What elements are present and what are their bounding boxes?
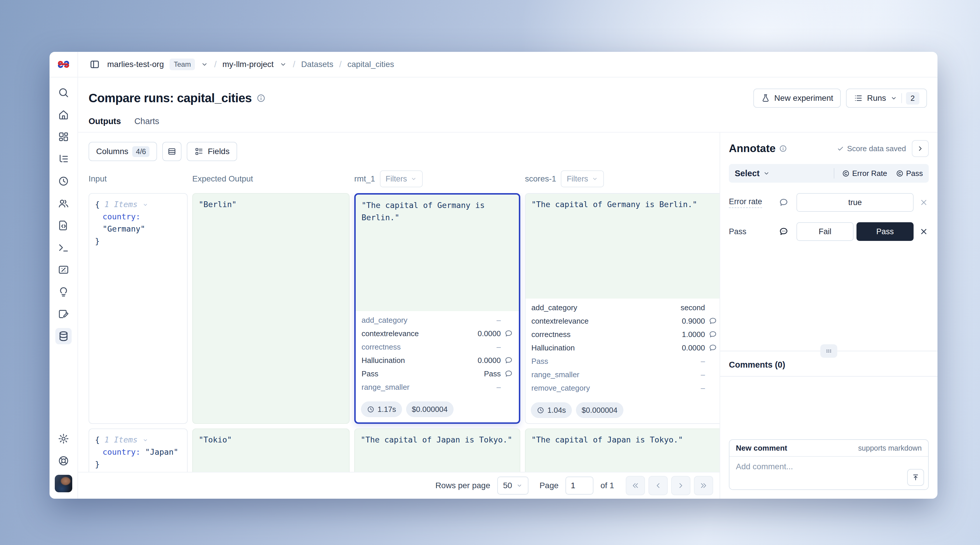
feedback-label-pass[interactable]: Pass — [729, 227, 746, 236]
logo-box — [49, 52, 78, 78]
chevron-down-icon[interactable] — [279, 60, 287, 68]
comment-input[interactable] — [729, 457, 928, 489]
comment-bubble-icon[interactable] — [501, 356, 513, 365]
table-row: { 1 Items country: "Germany" } "Berlin" … — [89, 193, 709, 424]
input-cell[interactable]: { 1 Items country: "Japan" } — [89, 429, 188, 472]
tab-outputs[interactable]: Outputs — [89, 116, 121, 126]
info-icon[interactable] — [779, 145, 787, 153]
latency-value: 1.17s — [377, 405, 396, 414]
drag-handle[interactable] — [820, 344, 837, 358]
run-stats: 1.17s $0.000004 — [356, 398, 519, 423]
fields-button[interactable]: Fields — [187, 142, 237, 161]
avatar[interactable] — [55, 475, 72, 492]
run-output-cell-scores-1[interactable]: "The capital of Japan is Tokyo." — [525, 429, 719, 472]
clock-icon — [537, 406, 544, 414]
last-page-button[interactable] — [694, 476, 713, 495]
sidebar-item-prompts[interactable] — [55, 284, 72, 300]
run-output-cell-rmt-1-selected[interactable]: "The capital of Germany is Berlin." add_… — [354, 193, 520, 424]
previous-page-button[interactable] — [649, 476, 668, 495]
select-dropdown[interactable]: Select — [735, 168, 759, 178]
filters-button-scores-1[interactable]: Filters — [561, 170, 604, 187]
cost-value: $0.000004 — [582, 406, 617, 415]
sidebar-item-tracing[interactable] — [55, 151, 72, 167]
comment-bubble-icon[interactable] — [778, 197, 789, 207]
metric-name: contextrelevance — [531, 317, 682, 326]
metric-value: – — [497, 316, 501, 325]
chevrons-left-icon — [631, 481, 640, 489]
score-tag-pass[interactable]: Pass — [896, 169, 923, 178]
rows-per-page-select[interactable]: 50 — [497, 477, 528, 494]
json-value: "Germany" — [103, 224, 145, 233]
metric-value: 0.9000 — [682, 317, 705, 326]
breadcrumb-org[interactable]: marlies-test-org — [107, 60, 164, 69]
page-number-input[interactable] — [565, 477, 593, 494]
scorecard-icon — [58, 264, 69, 276]
metric-row: correctness– — [361, 340, 513, 354]
file-code-icon — [58, 219, 69, 231]
sidebar-item-support[interactable] — [55, 453, 72, 469]
expected-output-cell[interactable]: "Berlin" — [192, 193, 350, 424]
metric-row: add_category– — [361, 313, 513, 327]
breadcrumb-datasets[interactable]: Datasets — [301, 60, 334, 69]
sidebar-item-users[interactable] — [55, 195, 72, 211]
sidebar-item-history[interactable] — [55, 173, 72, 189]
panel-left-icon — [89, 59, 100, 70]
breadcrumb-dataset-name[interactable]: capital_cities — [347, 60, 394, 69]
runs-button[interactable]: Runs 2 — [846, 89, 927, 108]
filters-button-rmt-1[interactable]: Filters — [380, 170, 423, 187]
feedback-label-error-rate[interactable]: Error rate — [729, 197, 762, 208]
chevron-down-icon[interactable] — [142, 202, 148, 208]
new-experiment-button[interactable]: New experiment — [753, 89, 841, 108]
sidebar-item-playground[interactable] — [55, 240, 72, 256]
collapse-panel-button[interactable] — [912, 140, 929, 157]
metrics-list: add_category–contextrelevance0.0000corre… — [356, 311, 519, 398]
sidebar-item-evaluations[interactable] — [55, 262, 72, 278]
comment-bubble-icon[interactable] — [705, 343, 717, 352]
sidebar-item-home[interactable] — [55, 106, 72, 123]
run-output-text-area: "The capital of Germany is Berlin." — [356, 195, 519, 311]
metric-value: 0.0000 — [477, 329, 501, 338]
run-output-cell-rmt-1[interactable]: "The capital of Japan is Tokyo." — [354, 429, 520, 472]
error-rate-value-input[interactable] — [797, 193, 913, 212]
json-items-label[interactable]: 1 Items — [105, 200, 138, 209]
info-icon[interactable] — [256, 94, 266, 103]
chevron-down-icon[interactable] — [763, 170, 770, 177]
score-tag-error-rate[interactable]: Error Rate — [842, 169, 887, 178]
comment-bubble-icon[interactable] — [705, 317, 717, 326]
sidebar-item-datasets[interactable] — [55, 328, 72, 344]
input-cell[interactable]: { 1 Items country: "Germany" } — [89, 193, 188, 424]
chevron-down-icon[interactable] — [201, 60, 208, 68]
sidebar-toggle-button[interactable] — [88, 58, 101, 71]
row-height-button[interactable] — [162, 142, 181, 161]
first-page-button[interactable] — [626, 476, 645, 495]
comment-bubble-icon[interactable] — [705, 330, 717, 339]
json-items-label[interactable]: 1 Items — [105, 435, 138, 444]
run-output-text: "The capital of Germany is Berlin." — [361, 201, 485, 222]
clear-score-icon[interactable] — [919, 227, 929, 236]
column-header-expected-output: Expected Output — [192, 174, 350, 184]
columns-button[interactable]: Columns 4/6 — [89, 142, 157, 161]
metric-row: contextrelevance0.9000 — [531, 314, 717, 328]
submit-comment-button[interactable] — [907, 469, 924, 486]
sidebar-item-dashboards[interactable] — [55, 129, 72, 145]
json-brace: { — [95, 200, 100, 209]
sidebar-item-annotation-queues[interactable] — [55, 306, 72, 322]
sidebar-item-settings[interactable] — [55, 431, 72, 447]
page-title: Compare runs: capital_cities — [89, 91, 252, 105]
table-header-row: Input Expected Output rmt_1 Filters scor… — [78, 168, 719, 193]
clear-score-icon[interactable] — [919, 198, 929, 207]
chevron-down-icon[interactable] — [142, 437, 148, 443]
expected-output-cell[interactable]: "Tokio" — [192, 429, 350, 472]
comment-bubble-icon[interactable] — [501, 369, 513, 378]
breadcrumb-project[interactable]: my-llm-project — [223, 60, 274, 69]
sidebar-item-search[interactable] — [55, 84, 72, 101]
next-page-button[interactable] — [671, 476, 690, 495]
run-output-cell-scores-1[interactable]: "The capital of Germany is Berlin." add_… — [525, 193, 719, 424]
pass-option-button[interactable]: Pass — [856, 222, 913, 241]
comment-bubble-icon[interactable] — [501, 329, 513, 338]
metrics-list: add_categorysecondcontextrelevance0.9000… — [525, 299, 719, 399]
fail-option-button[interactable]: Fail — [797, 222, 854, 241]
sidebar-item-file-code[interactable] — [55, 217, 72, 234]
comment-bubble-dots-icon[interactable] — [778, 227, 789, 237]
tab-charts[interactable]: Charts — [134, 116, 159, 126]
